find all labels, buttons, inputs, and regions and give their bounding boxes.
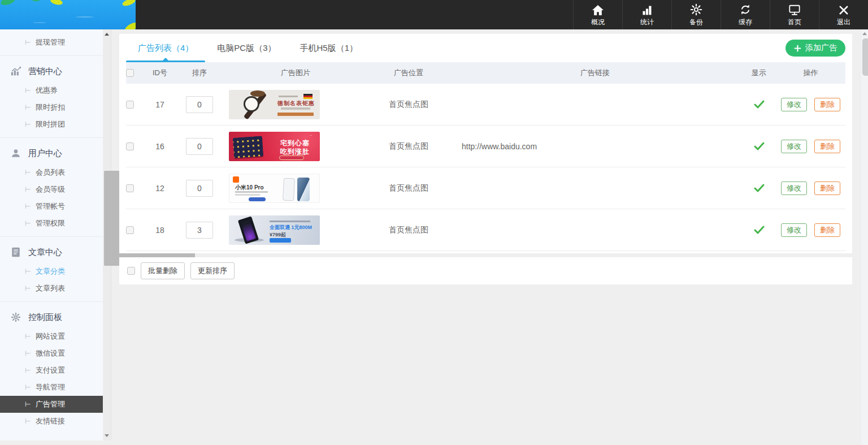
sort-input[interactable] (186, 222, 213, 239)
ad-id: 18 (143, 226, 177, 235)
sidebar-item-article-category[interactable]: 文章分类 (0, 263, 103, 280)
sort-input[interactable] (186, 180, 213, 197)
edit-button[interactable]: 修改 (781, 223, 807, 237)
select-all-checkbox[interactable] (126, 69, 134, 77)
sidebar-item-withdraw-manage[interactable]: 提现管理 (0, 34, 103, 51)
delete-button[interactable]: 删除 (814, 223, 840, 237)
thumbnail-text: ¥799起 (270, 231, 286, 239)
row-checkbox[interactable] (126, 226, 134, 234)
branch-icon (25, 413, 31, 430)
branch-icon (25, 345, 31, 362)
branch-icon (25, 34, 31, 51)
update-sort-button[interactable]: 更新排序 (190, 262, 235, 279)
branch-icon (25, 116, 31, 133)
edit-button[interactable]: 修改 (781, 182, 807, 195)
topnav-backup[interactable]: 备份 (671, 0, 721, 29)
sidebar-item-label: 文章列表 (36, 284, 65, 292)
german-flag-icon (303, 94, 313, 99)
add-ad-button[interactable]: 添加广告 (785, 40, 845, 57)
monitor-icon (788, 2, 801, 16)
stats-icon (641, 2, 653, 16)
tab-h5-version[interactable]: 手机H5版（1） (288, 34, 370, 62)
food-ad-thumbnail: ~ 宅到心塞 吃到涨肚 (229, 132, 320, 161)
batch-select-checkbox[interactable] (127, 267, 135, 275)
sidebar-item-nav-manage[interactable]: 导航管理 (0, 379, 103, 396)
edit-button[interactable]: 修改 (781, 140, 807, 153)
topbar: 概况 统计 备份 (0, 0, 868, 29)
ad-id: 16 (143, 142, 177, 151)
delete-button[interactable]: 删除 (814, 140, 840, 153)
sidebar-scrollbar[interactable] (103, 29, 111, 440)
sidebar-item-member-level[interactable]: 会员等级 (0, 181, 103, 198)
row-checkbox[interactable] (126, 184, 134, 192)
topnav-label: 概况 (591, 18, 605, 27)
thumbnail-text: 全面双通 1元800M (270, 224, 312, 231)
ad-position: 首页焦点图 (369, 225, 448, 235)
sidebar-item-label: 广告管理 (36, 400, 65, 408)
check-icon (754, 100, 765, 109)
sidebar-item-group-buy[interactable]: 限时拼团 (0, 116, 103, 133)
sidebar-group: 提现管理 (0, 29, 103, 56)
topnav-cache[interactable]: 缓存 (721, 0, 770, 29)
sidebar-section-user-center[interactable]: 用户中心 (0, 144, 103, 163)
row-checkbox[interactable] (126, 142, 134, 150)
tab-ad-list[interactable]: 广告列表（4） (126, 34, 205, 62)
sidebar-item-flash-discount[interactable]: 限时折扣 (0, 99, 103, 116)
sidebar-item-payment-settings[interactable]: 支付设置 (0, 362, 103, 379)
table-row: 18 全面双通 1元800M ¥799起 首页焦点图 (126, 209, 845, 251)
row-checkbox[interactable] (126, 101, 134, 109)
topnav-logout[interactable]: 退出 (819, 0, 868, 29)
topnav-stats[interactable]: 统计 (622, 0, 671, 29)
sidebar-section-article-center[interactable]: 文章中心 (0, 243, 103, 262)
sidebar: 提现管理 营销中心 (0, 29, 111, 440)
sidebar-item-site-settings[interactable]: 网站设置 (0, 328, 103, 345)
delete-button[interactable]: 删除 (814, 182, 840, 195)
admin-app: 概况 统计 备份 (0, 0, 868, 445)
branch-icon (25, 82, 31, 99)
sidebar-section-control-panel[interactable]: 控制面板 (0, 308, 103, 327)
topnav-label: 缓存 (739, 18, 752, 27)
page-scrollbar[interactable] (861, 29, 868, 445)
page-body: 提现管理 营销中心 (0, 29, 868, 445)
thumbnail-text: 德制名表钜惠 (277, 100, 315, 107)
sidebar-section-label: 营销中心 (28, 66, 62, 77)
sidebar-item-label: 限时拼团 (36, 120, 65, 128)
sidebar-item-article-list[interactable]: 文章列表 (0, 280, 103, 297)
branch-icon (25, 198, 31, 215)
topnav-overview[interactable]: 概况 (573, 0, 622, 29)
topnav-homepage[interactable]: 首页 (770, 0, 819, 29)
chart-icon (10, 66, 21, 77)
sidebar-item-label: 会员等级 (36, 185, 65, 193)
table-row: 12 小米10 Pro 首页焦点图 (126, 167, 845, 209)
edit-button[interactable]: 修改 (781, 98, 807, 111)
sort-input[interactable] (186, 96, 213, 113)
ad-position: 首页焦点图 (369, 100, 448, 110)
delete-button[interactable]: 删除 (814, 98, 840, 111)
column-header-image: 广告图片 (222, 68, 369, 78)
scroll-up-arrow-icon[interactable] (862, 32, 867, 35)
sidebar-item-label: 提现管理 (36, 38, 65, 46)
sidebar-item-coupon[interactable]: 优惠券 (0, 82, 103, 99)
sort-input[interactable] (186, 138, 213, 155)
batch-delete-button[interactable]: 批量删除 (141, 262, 185, 279)
scroll-up-arrow-icon[interactable] (105, 33, 109, 36)
tab-pc-version[interactable]: 电脑PC版（3） (205, 34, 288, 62)
page-scrollbar-thumb[interactable] (862, 38, 868, 76)
tab-bar: 广告列表（4） 电脑PC版（3） 手机H5版（1） 添加广告 (119, 34, 852, 62)
sidebar-group: 控制面板 网站设置 微信设置 支付设置 (0, 302, 103, 434)
sidebar-item-member-list[interactable]: 会员列表 (0, 164, 103, 181)
scroll-down-arrow-icon[interactable] (105, 434, 109, 437)
sidebar-item-manage-account[interactable]: 管理帐号 (0, 198, 103, 215)
column-header-sort: 排序 (177, 68, 222, 78)
sidebar-item-friend-links[interactable]: 友情链接 (0, 413, 103, 430)
sidebar-item-wechat-settings[interactable]: 微信设置 (0, 345, 103, 362)
sidebar-item-manage-permission[interactable]: 管理权限 (0, 215, 103, 232)
ad-position: 首页焦点图 (369, 141, 448, 152)
batch-actions-card: 批量删除 更新排序 (119, 257, 852, 284)
sidebar-item-ad-manage[interactable]: 广告管理 (0, 396, 103, 413)
plus-icon (794, 45, 801, 52)
sidebar-section-marketing[interactable]: 营销中心 (0, 62, 103, 81)
gear-icon (10, 312, 21, 323)
column-header-id: ID号 (143, 68, 177, 78)
check-icon (754, 142, 765, 150)
